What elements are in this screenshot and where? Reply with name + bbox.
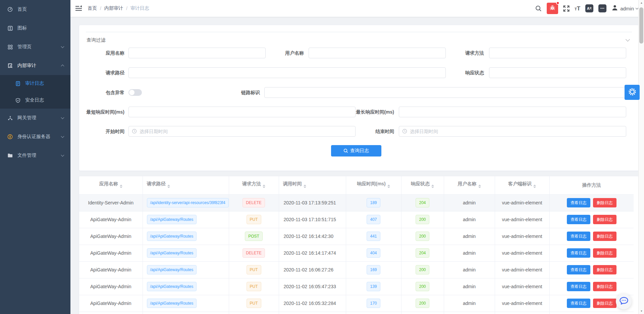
navbar-actions: TT A文 ••• admin xyxy=(535,3,638,14)
app-name-cell: ApiGateWay-Admin xyxy=(79,228,143,245)
font-size-icon[interactable]: TT xyxy=(575,6,580,11)
translate-icon[interactable]: A文 xyxy=(585,4,593,12)
request-method-input[interactable] xyxy=(489,48,626,58)
view-log-button[interactable]: 查看日志 xyxy=(567,282,590,291)
response-status-input[interactable] xyxy=(489,67,626,78)
fullscreen-icon[interactable] xyxy=(563,5,570,12)
feedback-chat-button[interactable] xyxy=(616,294,632,309)
user-name-input[interactable] xyxy=(309,48,446,58)
sidebar-item-internal-audit[interactable]: 内部审计 xyxy=(0,56,70,75)
start-time-picker[interactable] xyxy=(128,126,356,137)
table-row[interactable]: ApiGateWay-Admin /api/ApiGateway/Routes … xyxy=(79,261,634,278)
has-exception-toggle[interactable] xyxy=(128,89,142,96)
view-log-button[interactable]: 查看日志 xyxy=(567,215,590,224)
query-logs-button[interactable]: 查询日志 xyxy=(331,145,381,156)
delete-log-button[interactable]: 删除日志 xyxy=(593,232,616,241)
divider xyxy=(86,32,632,32)
sort-icon[interactable] xyxy=(387,183,390,189)
theme-settings-button[interactable] xyxy=(625,85,640,100)
user-cell xyxy=(444,312,495,314)
table-row[interactable]: Identity-Server-Admin /api/identity-serv… xyxy=(79,194,634,211)
end-time-input[interactable] xyxy=(399,126,626,137)
col-call-time[interactable]: 调用时间 xyxy=(279,176,346,194)
status-tag: 200 xyxy=(416,282,429,291)
sort-icon[interactable] xyxy=(120,183,122,189)
col-elapsed[interactable]: 响应时间(ms) xyxy=(346,176,401,194)
table-row[interactable]: ApiGateWay-Admin /api/ApiGateway/Routes … xyxy=(79,295,634,312)
sort-icon[interactable] xyxy=(533,183,536,189)
col-app-name[interactable]: 应用名称 xyxy=(79,176,143,194)
filter-panel-title: 查询过滤 xyxy=(87,37,105,43)
end-time-picker[interactable] xyxy=(399,126,626,137)
table-row[interactable]: ApiGateWay-Admin /api/ApiGateway/Routes … xyxy=(79,278,634,295)
view-log-button[interactable]: 查看日志 xyxy=(567,232,590,241)
page-scrollbar[interactable]: ▲ ▼ xyxy=(638,0,644,314)
identity-server-icon xyxy=(7,134,13,140)
view-log-button[interactable]: 查看日志 xyxy=(567,248,590,258)
call-time-cell: 2020-11-02 16:14:17:474 xyxy=(279,245,346,261)
sort-icon[interactable] xyxy=(478,183,481,189)
request-path-tag: /api/ApiGateway/Routes xyxy=(147,299,197,308)
client-cell: vue-admin-element xyxy=(495,295,549,312)
table-row[interactable]: ApiGateWay-Admin /api/ApiGateway/Routes … xyxy=(79,228,634,245)
sidebar-item-label: 文件管理 xyxy=(17,152,36,159)
sort-icon[interactable] xyxy=(431,183,434,189)
min-elapsed-input[interactable] xyxy=(128,107,356,117)
request-path-tag: /api/ApiGateway/Routes xyxy=(147,265,197,274)
response-status-label: 响应状态 xyxy=(444,67,484,78)
chevron-down-icon xyxy=(636,6,638,9)
col-user[interactable]: 用户名称 xyxy=(444,176,495,194)
sidebar-item-identity-server[interactable]: 身份认证服务器 xyxy=(0,127,70,146)
sidebar-item-home[interactable]: 首页 xyxy=(0,0,70,19)
col-actions: 操作方法 xyxy=(549,176,634,194)
table-row-partial[interactable]: /api/ApiGateway/Routes PUT 查看日志删除日志 xyxy=(79,312,634,314)
table-row[interactable]: ApiGateWay-Admin /api/ApiGateway/Routes … xyxy=(79,211,634,228)
collapse-sidebar-icon[interactable] xyxy=(75,5,82,11)
col-request-method[interactable]: 请求方法 xyxy=(229,176,279,194)
table-row[interactable]: ApiGateWay-Admin /api/ApiGateway/Routes … xyxy=(79,245,634,261)
view-log-button[interactable]: 查看日志 xyxy=(567,265,590,274)
col-request-path[interactable]: 请求路径 xyxy=(143,176,229,194)
query-filter-panel: 查询过滤 应用名称 用户名称 请求方法 请求路径 响应状态 包含异常 链路标识 … xyxy=(79,25,639,171)
sidebar-item-files[interactable]: 文件管理 xyxy=(0,146,70,165)
start-time-input[interactable] xyxy=(128,126,356,137)
app-name-input[interactable] xyxy=(128,48,266,58)
status-tag: 204 xyxy=(416,248,429,258)
message-icon[interactable]: ••• xyxy=(598,4,606,12)
scroll-down-icon[interactable]: ▼ xyxy=(639,310,644,313)
sidebar-item-gateway[interactable]: 网关管理 xyxy=(0,109,70,127)
sidebar-item-audit-logs[interactable]: 审计日志 xyxy=(0,75,70,92)
delete-log-button[interactable]: 删除日志 xyxy=(593,198,616,207)
sort-icon[interactable] xyxy=(304,183,306,189)
user-cell: admin xyxy=(444,278,495,295)
scroll-up-icon[interactable]: ▲ xyxy=(639,1,644,4)
method-tag: POST xyxy=(245,232,263,241)
sidebar-item-admin-pages[interactable]: 管理页 xyxy=(0,38,70,56)
view-log-button[interactable]: 查看日志 xyxy=(567,299,590,308)
col-status[interactable]: 响应状态 xyxy=(401,176,444,194)
max-elapsed-input[interactable] xyxy=(399,107,626,117)
delete-log-button[interactable]: 删除日志 xyxy=(593,248,616,258)
call-time-cell: 2020-11-02 16:14:42:30 xyxy=(279,228,346,245)
trace-id-input[interactable] xyxy=(264,87,626,98)
request-path-input[interactable] xyxy=(128,67,446,78)
scrollbar-thumb[interactable] xyxy=(639,7,643,44)
search-icon[interactable] xyxy=(535,5,542,12)
delete-log-button[interactable]: 删除日志 xyxy=(593,265,616,274)
folder-icon xyxy=(7,152,13,159)
breadcrumb-home[interactable]: 首页 xyxy=(88,5,97,11)
sidebar-item-security-logs[interactable]: 安全日志 xyxy=(0,92,70,109)
view-log-button[interactable]: 查看日志 xyxy=(567,198,590,207)
delete-log-button[interactable]: 删除日志 xyxy=(593,282,616,291)
col-client[interactable]: 客户端标识 xyxy=(495,176,549,194)
gateway-icon xyxy=(7,115,13,121)
breadcrumb-internal-audit[interactable]: 内部审计 xyxy=(104,5,123,11)
sort-icon[interactable] xyxy=(263,183,265,189)
collapse-panel-icon[interactable] xyxy=(626,37,630,42)
user-menu[interactable]: admin xyxy=(611,4,638,12)
sort-icon[interactable] xyxy=(167,183,170,189)
delete-log-button[interactable]: 删除日志 xyxy=(593,215,616,224)
sidebar-item-icons[interactable]: 图标 xyxy=(0,19,70,38)
error-log-button[interactable] xyxy=(547,3,558,14)
delete-log-button[interactable]: 删除日志 xyxy=(593,299,616,308)
